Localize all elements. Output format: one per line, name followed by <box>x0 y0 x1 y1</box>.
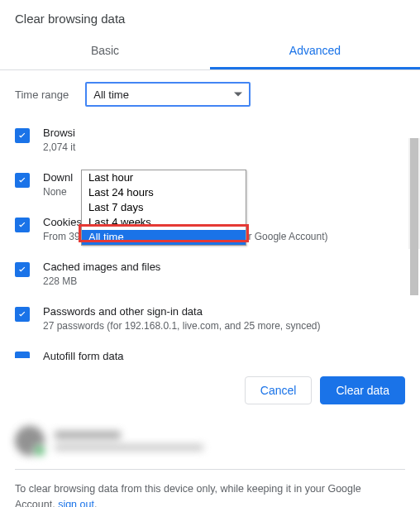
option-all-time[interactable]: All time <box>82 230 246 245</box>
item-title: Autofill form data <box>43 350 124 362</box>
clear-data-button[interactable]: Clear data <box>320 376 405 404</box>
checkbox-cookies[interactable] <box>15 218 30 232</box>
sign-out-link[interactable]: sign out <box>58 499 94 507</box>
item-title: Passwords and other sign-in data <box>43 305 321 318</box>
list-item: Browsi 2,074 it <box>15 118 420 163</box>
option-last-7-days[interactable]: Last 7 days <box>82 200 246 215</box>
item-subtitle: None <box>43 186 73 198</box>
check-icon <box>17 309 28 320</box>
scrollbar-thumb[interactable] <box>410 138 418 295</box>
chevron-down-icon <box>234 93 242 97</box>
list-item: Cached images and files 228 MB <box>15 252 420 297</box>
account-email-blurred <box>55 444 203 451</box>
time-range-value: All time <box>93 88 129 101</box>
time-range-select[interactable]: All time <box>85 82 251 107</box>
checkbox-autofill[interactable] <box>15 352 30 358</box>
footer-note: To clear browsing data from this device … <box>0 470 420 507</box>
time-range-label: Time range <box>15 88 69 101</box>
check-icon <box>17 219 28 231</box>
item-title: Browsi <box>43 127 75 139</box>
tab-advanced[interactable]: Advanced <box>210 34 420 69</box>
item-subtitle: 27 passwords (for 192.168.0.1, live.com,… <box>43 320 321 332</box>
account-info <box>0 418 420 461</box>
item-subtitle: 2,074 it <box>43 141 75 153</box>
option-last-4-weeks[interactable]: Last 4 weeks <box>82 215 246 230</box>
item-title: Downl <box>43 171 73 184</box>
account-name-blurred <box>55 431 121 439</box>
item-title: Cached images and files <box>43 261 160 273</box>
check-icon <box>17 264 28 275</box>
time-range-dropdown: Last hour Last 24 hours Last 7 days Last… <box>81 170 246 246</box>
dialog-actions: Cancel Clear data <box>0 365 420 418</box>
checkbox-cached-images[interactable] <box>15 262 30 277</box>
tab-basic[interactable]: Basic <box>0 34 210 69</box>
footer-text-after: . <box>94 499 97 507</box>
option-last-24-hours[interactable]: Last 24 hours <box>82 185 246 200</box>
list-item: Autofill form data <box>15 342 420 365</box>
list-item: Passwords and other sign-in data 27 pass… <box>15 297 420 342</box>
tab-bar: Basic Advanced <box>0 34 420 70</box>
avatar <box>15 426 45 456</box>
check-icon <box>17 130 28 141</box>
cancel-button[interactable]: Cancel <box>245 376 313 404</box>
item-subtitle: 228 MB <box>43 275 160 287</box>
dialog-title: Clear browsing data <box>0 0 420 34</box>
checkbox-browsing-history[interactable] <box>15 128 30 143</box>
option-last-hour[interactable]: Last hour <box>82 170 246 185</box>
checkbox-download-history[interactable] <box>15 173 30 188</box>
checkbox-passwords[interactable] <box>15 307 30 322</box>
check-icon <box>17 175 28 186</box>
